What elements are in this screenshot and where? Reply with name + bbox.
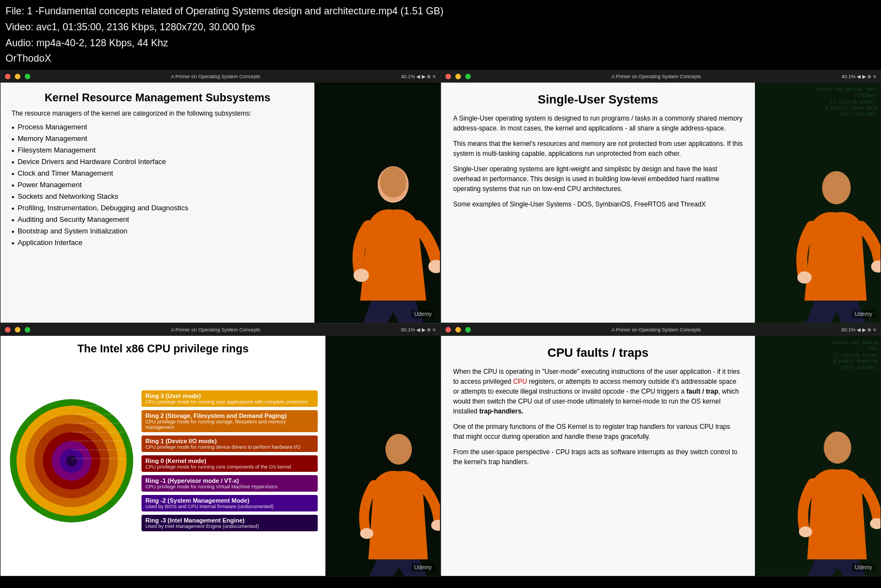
panel1-slide-subtitle: The resource managers of the kernel are … xyxy=(12,110,303,117)
panel1-slide: Kernel Resource Management Subsystems Th… xyxy=(1,83,314,323)
ring-label-0: Ring 0 (Kernel mode) CPU privilege mode … xyxy=(142,455,318,472)
player-title-4: A Primer on Operating System Concepts xyxy=(475,327,837,333)
player-bar-2: A Primer on Operating System Concepts 40… xyxy=(441,70,880,83)
svg-point-24 xyxy=(385,434,412,465)
udemy-badge-2: Udemy xyxy=(852,310,875,318)
panel4-para3: From the user-space perspective - CPU tr… xyxy=(453,447,743,467)
udemy-badge-4: Udemy xyxy=(852,563,875,571)
svg-point-6 xyxy=(797,271,812,284)
panel2-para4: Some examples of Single-User Systems - D… xyxy=(453,199,743,209)
person-silhouette-4 xyxy=(795,413,880,576)
bullet-app-interface: Application Interface xyxy=(12,237,303,249)
bullet-sockets: Sockets and Networking Stacks xyxy=(12,191,303,203)
min-dot[interactable] xyxy=(15,74,20,79)
panel4-slide: CPU faults / traps When the CPU is opera… xyxy=(441,336,755,576)
panel-cpu-rings: n→fb_tunnel, ntont(0x20nga *bus_struct i… xyxy=(0,323,440,576)
svg-point-2 xyxy=(428,260,440,273)
file-info: File: 1 -Fundamental concepts related of… xyxy=(6,3,875,19)
svg-point-7 xyxy=(871,260,880,273)
panel3-slide: The Intel x86 CPU privilege rings xyxy=(1,336,325,576)
bullet-device-drivers: Device Drivers and Hardware Control Inte… xyxy=(12,156,303,168)
max-dot[interactable] xyxy=(25,74,30,79)
bullet-power-mgmt: Power Management xyxy=(12,179,303,191)
max-dot-2[interactable] xyxy=(465,74,471,79)
rings-legend: Ring 3 (User mode) CPU privilege mode fo… xyxy=(142,390,318,531)
panel-kernel-resource: slskb_queue_head_init(&received); net_de… xyxy=(0,70,440,323)
panels-grid: slskb_queue_head_init(&received); net_de… xyxy=(0,70,881,576)
svg-point-25 xyxy=(360,528,373,539)
panel3-content: A Primer on Operating System Concepts 60… xyxy=(1,324,440,576)
panel1-content: A Primer on Operating System Concepts 40… xyxy=(1,70,440,323)
rings-container: Ring 3 (User mode) CPU privilege mode fo… xyxy=(8,360,318,562)
svg-point-16 xyxy=(66,455,77,466)
ring-label-neg2: Ring -2 (System Management Mode) Used by… xyxy=(142,495,318,511)
bullet-filesystem-mgmt: Filesystem Management xyxy=(12,145,303,156)
player-bar-1: A Primer on Operating System Concepts 40… xyxy=(1,70,440,83)
close-dot-2[interactable] xyxy=(445,74,451,79)
player-controls-1: 40.1% ◀ ▶ ⊕ ≡ xyxy=(401,74,436,79)
close-dot-3[interactable] xyxy=(5,327,10,333)
player-title-3: A Primer on Operating System Concepts xyxy=(35,327,396,333)
panel4-para2: One of the primary functions of the OS K… xyxy=(453,422,743,442)
panel2-slide: Single-User Systems A Single-User operat… xyxy=(441,83,755,323)
panel2-para1: A Single-User operating system is design… xyxy=(453,113,743,133)
panel1-slide-title: Kernel Resource Management Subsystems xyxy=(12,91,303,104)
video-info: Video: avc1, 01:35:00, 2136 Kbps, 1280x7… xyxy=(6,19,875,35)
player-bar-4: A Primer on Operating System Concepts 60… xyxy=(441,324,880,336)
player-controls-3: 60.1% ◀ ▶ ⊕ ≡ xyxy=(401,327,436,333)
udemy-badge-3: Udemy xyxy=(411,563,434,571)
bullet-profiling: Profiling, Instrumentation, Debugging an… xyxy=(12,203,303,214)
player-controls-2: 40.1% ◀ ▶ ⊕ ≡ xyxy=(841,74,876,79)
panel-cpu-faults: n→fb_tunnel, htont(0x20nga bus_struct i8… xyxy=(440,323,881,576)
panel3-slide-title: The Intel x86 CPU privilege rings xyxy=(8,342,318,355)
ring-label-1: Ring 1 (Device I/O mode) CPU privilege m… xyxy=(142,435,318,452)
max-dot-3[interactable] xyxy=(25,327,30,333)
panel2-slide-title: Single-User Systems xyxy=(453,92,743,107)
panel2-para2: This means that the kernel's resources a… xyxy=(453,139,743,159)
close-dot-4[interactable] xyxy=(445,327,451,333)
svg-point-29 xyxy=(870,518,880,529)
svg-point-4 xyxy=(380,167,406,198)
close-dot[interactable] xyxy=(5,74,10,79)
panel4-person-area xyxy=(755,336,880,576)
bullet-bootstrap: Bootstrap and System Initialization xyxy=(12,226,303,237)
panel1-bullet-list: Process Management Memory Management Fil… xyxy=(12,122,303,249)
panel4-para1: When the CPU is operating in "User-mode"… xyxy=(453,367,743,416)
ring-label-3: Ring 3 (User mode) CPU privilege mode fo… xyxy=(142,390,318,407)
max-dot-4[interactable] xyxy=(465,327,471,333)
player-title-1: A Primer on Operating System Concepts xyxy=(35,74,396,79)
udemy-badge-1: Udemy xyxy=(411,310,434,318)
panel1-person-area xyxy=(314,83,440,323)
min-dot-3[interactable] xyxy=(15,327,20,333)
panel3-person-area xyxy=(325,336,440,576)
player-bar-3: A Primer on Operating System Concepts 60… xyxy=(1,324,440,336)
bullet-clock-timer: Clock and Timer Management xyxy=(12,168,303,179)
player-controls-4: 60.1% ◀ ▶ ⊕ ≡ xyxy=(841,327,876,333)
rings-diagram-svg xyxy=(8,398,135,524)
info-bar: File: 1 -Fundamental concepts related of… xyxy=(0,0,881,70)
bullet-process-mgmt: Process Management xyxy=(12,122,303,133)
username: OrThodoX xyxy=(6,51,875,67)
svg-point-26 xyxy=(431,520,440,531)
panel4-content: A Primer on Operating System Concepts 60… xyxy=(441,324,880,576)
panel4-slide-title: CPU faults / traps xyxy=(453,346,743,360)
svg-point-8 xyxy=(823,171,850,202)
panel-single-user: slskb_queue_head_init(&received); net_de… xyxy=(440,70,881,323)
ring-label-2: Ring 2 (Storage, Filesystem and Demand P… xyxy=(142,410,318,432)
min-dot-4[interactable] xyxy=(455,327,461,333)
ring-label-neg3: Ring -3 (Intel Management Engine) Used b… xyxy=(142,515,318,531)
person-silhouette-3 xyxy=(357,416,440,576)
svg-point-30 xyxy=(825,432,850,461)
person-silhouette-1 xyxy=(346,146,440,323)
bullet-memory-mgmt: Memory Management xyxy=(12,133,303,145)
audio-info: Audio: mp4a-40-2, 128 Kbps, 44 Khz xyxy=(6,35,875,51)
ring-label-neg1: Ring -1 (Hypervisor mode / VT-x) CPU pri… xyxy=(142,475,318,492)
svg-point-1 xyxy=(354,269,369,282)
cpu-highlight: CPU xyxy=(513,378,527,385)
svg-point-28 xyxy=(799,526,812,537)
bullet-auditing: Auditing and Security Management xyxy=(12,214,303,226)
panel2-para3: Single-User operating systems are light-… xyxy=(453,164,743,194)
min-dot-2[interactable] xyxy=(455,74,461,79)
panel2-person-area xyxy=(755,83,880,323)
person-silhouette-2 xyxy=(792,152,880,323)
